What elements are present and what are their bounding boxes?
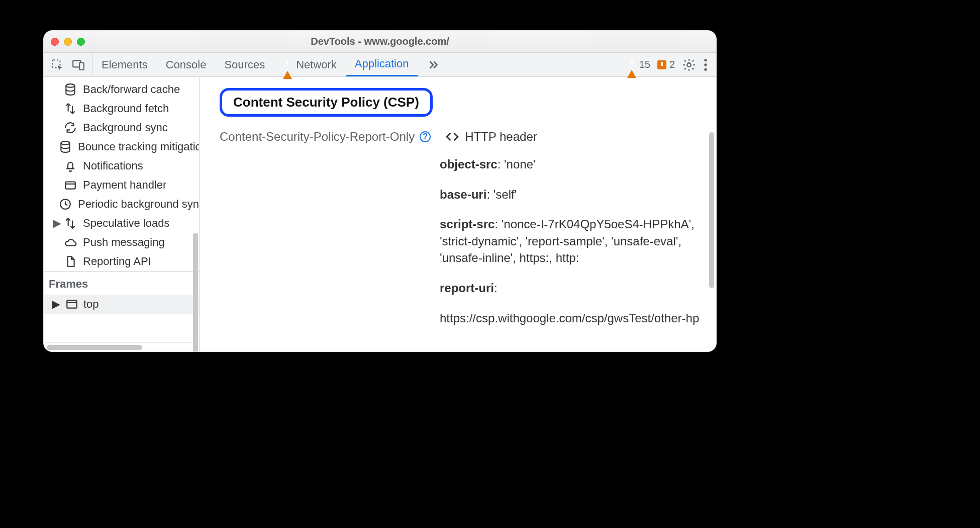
warnings-count: 15 — [639, 59, 650, 70]
clock-icon — [59, 198, 72, 211]
content-vertical-scrollbar[interactable] — [709, 132, 714, 288]
issues-count: 2 — [669, 59, 675, 70]
devtools-window: DevTools - www.google.com/ Elements Cons… — [43, 30, 717, 352]
sidebar-item-label: Back/forward cache — [83, 83, 180, 96]
http-header-text: HTTP header — [465, 130, 537, 144]
csp-heading: Content Security Policy (CSP) — [220, 88, 433, 117]
updown-icon — [64, 217, 77, 230]
csp-rule-script-src: script-src: 'nonce-I-7rK04QpY5oeS4-HPPkh… — [440, 216, 702, 267]
svg-point-4 — [704, 58, 707, 61]
svg-rect-12 — [67, 300, 77, 308]
application-sidebar: Back/forward cacheBackground fetchBackgr… — [44, 77, 200, 351]
sidebar-vertical-scrollbar[interactable] — [193, 233, 198, 351]
frame-top[interactable]: ▶ top — [44, 295, 199, 314]
report-only-text: Content-Security-Policy-Report-Only — [220, 130, 415, 144]
more-options-button[interactable] — [703, 58, 708, 72]
frame-label: top — [83, 298, 99, 311]
code-icon — [445, 131, 460, 143]
sidebar-item-background-fetch[interactable]: Background fetch — [44, 99, 199, 118]
sidebar-item-label: Notifications — [83, 159, 143, 172]
csp-rule-base-uri: base-uri: 'self' — [440, 186, 702, 203]
sidebar-item-push-messaging[interactable]: Push messaging — [44, 233, 199, 252]
sidebar-item-label: Bounce tracking mitigation — [78, 140, 199, 153]
inspect-element-icon[interactable] — [51, 58, 64, 71]
warnings-indicator[interactable]: 15 — [627, 59, 650, 70]
sidebar-item-back-forward-cache[interactable]: Back/forward cache — [44, 80, 199, 99]
sidebar-item-label: Speculative loads — [83, 217, 169, 230]
frames-header: Frames — [44, 271, 199, 295]
csp-rule-report-uri: report-uri:https://csp.withgoogle.com/cs… — [440, 280, 702, 326]
database-icon — [64, 83, 77, 96]
cloud-icon — [64, 236, 77, 249]
tab-label: Application — [355, 57, 409, 70]
sync-icon — [64, 121, 77, 134]
sidebar-item-label: Background sync — [83, 121, 168, 134]
panel-tabs: Elements Console Sources Network Applica… — [92, 53, 449, 76]
sidebar-item-label: Periodic background sync — [78, 198, 199, 211]
sidebar-horizontal-scrollbar[interactable] — [44, 342, 199, 351]
warning-icon — [283, 58, 292, 71]
sidebar-item-background-sync[interactable]: Background sync — [44, 118, 199, 137]
caret-right-icon: ▶ — [53, 217, 58, 230]
tab-application[interactable]: Application — [346, 53, 418, 76]
svg-point-6 — [704, 68, 707, 70]
sidebar-item-payment-handler[interactable]: Payment handler — [44, 175, 199, 195]
sidebar-item-periodic-background-sync[interactable]: Periodic background sync — [44, 195, 199, 214]
window-title: DevTools - www.google.com/ — [44, 36, 716, 47]
more-tabs-button[interactable] — [418, 53, 449, 76]
window-icon — [65, 298, 78, 311]
svg-point-8 — [61, 141, 69, 145]
card-icon — [64, 179, 77, 192]
csp-rule-object-src: object-src: 'none' — [440, 156, 702, 173]
main-split: Back/forward cacheBackground fetchBackgr… — [44, 77, 716, 351]
svg-point-7 — [66, 84, 74, 87]
sidebar-item-bounce-tracking-mitigation[interactable]: Bounce tracking mitigation — [44, 137, 199, 156]
tab-console[interactable]: Console — [157, 53, 216, 76]
tab-label: Network — [296, 58, 337, 71]
bell-icon — [64, 159, 77, 172]
settings-button[interactable] — [682, 58, 696, 72]
tab-label: Elements — [102, 58, 148, 71]
updown-icon — [64, 102, 77, 115]
frame-details-panel: Content Security Policy (CSP) Content-Se… — [200, 77, 716, 351]
tab-elements[interactable]: Elements — [92, 53, 157, 76]
tab-network[interactable]: Network — [274, 53, 346, 76]
sidebar-item-speculative-loads[interactable]: ▶Speculative loads — [44, 214, 199, 233]
sidebar-item-notifications[interactable]: Notifications — [44, 156, 199, 175]
svg-rect-9 — [65, 182, 75, 189]
issues-indicator[interactable]: 2 — [657, 59, 675, 70]
warning-icon — [627, 59, 636, 70]
sidebar-item-label: Push messaging — [83, 236, 165, 249]
sidebar-item-label: Background fetch — [83, 102, 169, 115]
svg-rect-2 — [79, 62, 84, 69]
device-toolbar-icon[interactable] — [72, 58, 85, 71]
titlebar: DevTools - www.google.com/ — [44, 31, 716, 53]
chevrons-right-icon — [427, 58, 440, 71]
sidebar-item-reporting-api[interactable]: Reporting API — [44, 252, 199, 271]
csp-rules: object-src: 'none'base-uri: 'self'script… — [440, 156, 702, 326]
issue-icon — [657, 60, 666, 69]
csp-report-only-label: Content-Security-Policy-Report-Only ? — [220, 130, 431, 144]
devtools-tabstrip: Elements Console Sources Network Applica… — [44, 53, 716, 77]
tab-label: Sources — [224, 58, 265, 71]
csp-source-http-header: HTTP header — [445, 130, 537, 144]
svg-point-5 — [704, 63, 707, 66]
database-icon — [59, 140, 72, 153]
sidebar-list: Back/forward cacheBackground fetchBackgr… — [44, 77, 199, 271]
tab-sources[interactable]: Sources — [215, 53, 274, 76]
sidebar-item-label: Payment handler — [83, 179, 166, 192]
tab-label: Console — [166, 58, 207, 71]
help-icon[interactable]: ? — [420, 131, 431, 142]
svg-point-3 — [687, 63, 691, 66]
file-icon — [64, 255, 77, 268]
caret-right-icon: ▶ — [52, 298, 60, 311]
sidebar-item-label: Reporting API — [83, 255, 151, 268]
